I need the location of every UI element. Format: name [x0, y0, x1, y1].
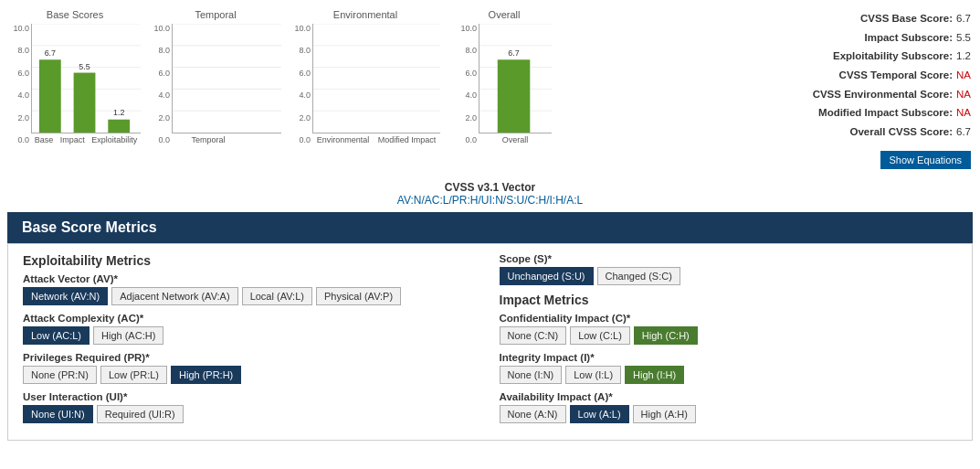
scope-unchanged-btn[interactable]: Unchanged (S:U): [500, 267, 594, 285]
exploitability-subscore-label: Exploitability Subscore:: [833, 47, 953, 66]
attack-complexity-group: Attack Complexity (AC)* Low (AC:L) High …: [23, 313, 481, 345]
base-scores-box: 6.7 5.5 1.2: [31, 24, 141, 133]
overall-x-labels: Overall: [479, 135, 552, 144]
base-scores-title: Base Scores: [47, 9, 103, 20]
attack-vector-group: Attack Vector (AV)* Network (AV:N) Adjac…: [23, 273, 481, 305]
ai-low-btn[interactable]: Low (A:L): [570, 405, 629, 423]
impact-subscore-line: Impact Subscore: 5.5: [752, 28, 971, 48]
svg-text:6.7: 6.7: [508, 48, 519, 58]
ci-low-btn[interactable]: Low (C:L): [570, 326, 630, 345]
confidentiality-label: Confidentiality Impact (C)*: [500, 313, 958, 324]
modified-impact-subscore-value: NA: [956, 103, 971, 123]
base-scores-chart: Base Scores 10.0 8.0 6.0 4.0 2.0 0.0: [9, 9, 141, 144]
privileges-required-label: Privileges Required (PR)*: [23, 352, 481, 363]
exploitability-col: Exploitability Metrics Attack Vector (AV…: [23, 253, 481, 431]
cvss-base-score-value: 6.7: [956, 9, 971, 28]
integrity-label: Integrity Impact (I)*: [500, 352, 958, 363]
confidentiality-options: None (C:N) Low (C:L) High (C:H): [500, 326, 958, 345]
overall-cvss-score-value: 6.7: [956, 123, 971, 142]
top-section: Base Scores 10.0 8.0 6.0 4.0 2.0 0.0: [0, 0, 980, 174]
av-local-btn[interactable]: Local (AV:L): [242, 287, 312, 305]
ai-high-btn[interactable]: High (A:H): [633, 405, 696, 423]
impact-subscore-label: Impact Subscore:: [865, 28, 954, 48]
base-score-metrics-title: Base Score Metrics: [22, 219, 157, 235]
av-network-btn[interactable]: Network (AV:N): [23, 287, 108, 305]
overall-y-labels: 10.0 8.0 6.0 4.0 2.0 0.0: [458, 24, 477, 144]
base-scores-x-labels: Base Impact Exploitability: [31, 135, 141, 144]
overall-chart: Overall 10.0 8.0 6.0 4.0 2.0 0.0: [449, 9, 559, 144]
ui-none-btn[interactable]: None (UI:N): [23, 405, 93, 423]
svg-rect-9: [108, 120, 130, 133]
ac-low-btn[interactable]: Low (AC:L): [23, 326, 90, 345]
scope-label: Scope (S)*: [500, 253, 958, 264]
attack-vector-options: Network (AV:N) Adjacent Network (AV:A) L…: [23, 287, 481, 305]
attack-vector-label: Attack Vector (AV)*: [23, 273, 481, 284]
svg-text:6.7: 6.7: [45, 48, 56, 58]
svg-rect-7: [74, 73, 96, 133]
cvss-base-score-line: CVSS Base Score: 6.7: [752, 9, 971, 28]
environmental-wrapper: 10.0 8.0 6.0 4.0 2.0 0.0: [312, 24, 440, 144]
availability-group: Availability Impact (A)* None (A:N) Low …: [500, 391, 958, 423]
base-scores-wrapper: 10.0 8.0 6.0 4.0 2.0 0.0: [31, 24, 141, 144]
scope-options: Unchanged (S:U) Changed (S:C): [500, 267, 958, 285]
pr-none-btn[interactable]: None (PR:N): [23, 366, 97, 384]
scope-group: Scope (S)* Unchanged (S:U) Changed (S:C): [500, 253, 958, 285]
vector-link[interactable]: AV:N/AC:L/PR:H/UI:N/S:U/C:H/I:H/A:L: [397, 194, 583, 207]
ui-required-btn[interactable]: Required (UI:R): [97, 405, 184, 423]
temporal-title: Temporal: [195, 9, 236, 20]
cvss-environmental-score-label: CVSS Environmental Score:: [813, 85, 953, 104]
av-physical-btn[interactable]: Physical (AV:P): [316, 287, 401, 305]
pr-low-btn[interactable]: Low (PR:L): [100, 366, 167, 384]
ii-high-btn[interactable]: High (I:H): [625, 366, 684, 384]
ai-none-btn[interactable]: None (A:N): [500, 405, 566, 423]
attack-complexity-options: Low (AC:L) High (AC:H): [23, 326, 481, 345]
overall-cvss-score-label: Overall CVSS Score:: [850, 123, 954, 142]
integrity-options: None (I:N) Low (I:L) High (I:H): [500, 366, 958, 384]
pr-high-btn[interactable]: High (PR:H): [171, 366, 241, 384]
ac-high-btn[interactable]: High (AC:H): [93, 326, 163, 345]
modified-impact-subscore-line: Modified Impact Subscore: NA: [752, 103, 971, 123]
vector-title: CVSS v3.1 Vector: [0, 181, 980, 194]
cvss-environmental-score-value: NA: [956, 85, 971, 104]
svg-text:1.2: 1.2: [113, 108, 124, 117]
attack-complexity-label: Attack Complexity (AC)*: [23, 313, 481, 324]
show-equations-button[interactable]: Show Equations: [880, 151, 972, 169]
cvss-base-score-label: CVSS Base Score:: [860, 9, 953, 28]
confidentiality-group: Confidentiality Impact (C)* None (C:N) L…: [500, 313, 958, 345]
exploitability-title: Exploitability Metrics: [23, 253, 481, 268]
modified-impact-subscore-label: Modified Impact Subscore:: [818, 103, 953, 123]
ii-none-btn[interactable]: None (I:N): [500, 366, 563, 384]
ii-low-btn[interactable]: Low (I:L): [565, 366, 621, 384]
temporal-wrapper: 10.0 8.0 6.0 4.0 2.0 0.0: [172, 24, 281, 144]
cvss-environmental-score-line: CVSS Environmental Score: NA: [752, 85, 971, 104]
scope-impact-col: Scope (S)* Unchanged (S:U) Changed (S:C)…: [500, 253, 958, 431]
overall-title: Overall: [489, 9, 521, 20]
ci-high-btn[interactable]: High (C:H): [634, 326, 698, 345]
environmental-x-labels: Environmental Modified Impact: [312, 135, 440, 144]
exploitability-subscore-line: Exploitability Subscore: 1.2: [752, 47, 971, 66]
overall-wrapper: 10.0 8.0 6.0 4.0 2.0 0.0: [479, 24, 552, 144]
integrity-group: Integrity Impact (I)* None (I:N) Low (I:…: [500, 352, 958, 384]
user-interaction-group: User Interaction (UI)* None (UI:N) Requi…: [23, 391, 481, 423]
base-score-metrics-header: Base Score Metrics: [7, 212, 973, 243]
user-interaction-options: None (UI:N) Required (UI:R): [23, 405, 481, 423]
impact-title: Impact Metrics: [500, 293, 958, 307]
environmental-box: [312, 24, 440, 133]
svg-rect-26: [498, 59, 531, 133]
user-interaction-label: User Interaction (UI)*: [23, 391, 481, 402]
av-adjacent-btn[interactable]: Adjacent Network (AV:A): [111, 287, 237, 305]
scope-changed-btn[interactable]: Changed (S:C): [597, 267, 680, 285]
privileges-required-options: None (PR:N) Low (PR:L) High (PR:H): [23, 366, 481, 384]
metrics-body: Exploitability Metrics Attack Vector (AV…: [7, 243, 973, 441]
availability-label: Availability Impact (A)*: [500, 391, 958, 402]
ci-none-btn[interactable]: None (C:N): [500, 326, 567, 345]
overall-cvss-score-line: Overall CVSS Score: 6.7: [752, 123, 971, 142]
temporal-chart: Temporal 10.0 8.0 6.0 4.0 2.0 0.0: [150, 9, 281, 144]
vector-section: CVSS v3.1 Vector AV:N/AC:L/PR:H/UI:N/S:U…: [0, 174, 980, 212]
exploitability-subscore-value: 1.2: [956, 47, 971, 66]
scores-panel: CVSS Base Score: 6.7 Impact Subscore: 5.…: [733, 9, 971, 169]
temporal-y-labels: 10.0 8.0 6.0 4.0 2.0 0.0: [152, 24, 170, 144]
charts-area: Base Scores 10.0 8.0 6.0 4.0 2.0 0.0: [9, 9, 733, 144]
temporal-box: [172, 24, 281, 133]
cvss-temporal-score-label: CVSS Temporal Score:: [839, 66, 953, 85]
